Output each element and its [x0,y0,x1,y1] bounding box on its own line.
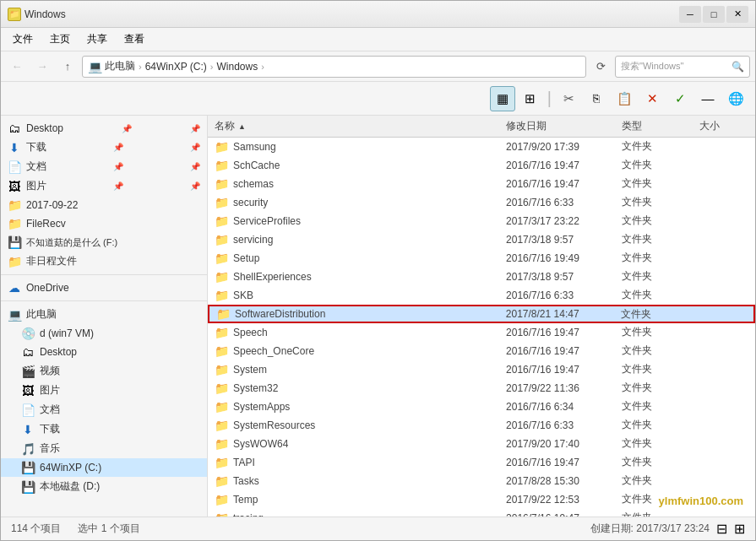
sidebar-item-music[interactable]: 🎵 音乐 [1,439,207,458]
file-name-cell: 📁 Tasks [208,474,499,488]
file-name-label: SchCache [233,160,280,171]
file-date-cell: 2017/8/28 15:30 [499,475,615,487]
sidebar-item-thispc[interactable]: 💻 此电脑 [1,305,207,324]
copy-button[interactable]: ⎘ [584,86,609,111]
back-button[interactable]: ← [6,56,28,78]
filerecv-icon: 📁 [8,217,21,230]
sidebar-item-drive-f[interactable]: 💾 不知道菇的是什么 (F:) [1,233,207,252]
delete-button[interactable]: ✕ [639,86,665,111]
table-row[interactable]: 📁 tracing 2016/7/16 19:47 文件夹 [208,509,755,517]
view-details-button[interactable]: ▦ [490,86,515,111]
video-icon: 🎬 [21,365,35,378]
file-date-cell: 2017/9/20 17:39 [499,141,615,153]
search-icon[interactable]: 🔍 [732,61,744,73]
desktop3-icon: 🗂 [21,345,35,359]
table-row[interactable]: 📁 System32 2017/9/22 11:36 文件夹 [208,379,755,398]
crumb-thispc[interactable]: 此电脑 [105,59,135,73]
sidebar-item-pics3[interactable]: 🖼 图片 [1,381,207,400]
col-header-type[interactable]: 类型 [615,119,693,133]
paste-button[interactable]: 📋 [612,86,637,111]
view-tiles-button[interactable]: ⊞ [518,86,543,111]
table-row[interactable]: 📁 SKB 2016/7/16 6:33 文件夹 [208,286,755,305]
sidebar-item-downloads[interactable]: ⬇ 下载 📌 📌 [1,138,207,157]
file-list: 📁 Samsung 2017/9/20 17:39 文件夹 📁 SchCache… [208,138,755,517]
menu-share[interactable]: 共享 [79,29,116,50]
refresh-button[interactable]: ⟳ [590,56,612,78]
toolbar-separator-1: | [547,89,552,108]
file-date-cell: 2016/7/16 19:47 [499,178,615,190]
file-name-cell: 📁 Samsung [208,140,499,154]
address-bar[interactable]: 💻 此电脑 › 64WinXP (C:) › Windows › [82,56,586,78]
sidebar-item-desktop3[interactable]: 🗂 Desktop [1,343,207,361]
menu-home[interactable]: 主页 [41,29,79,50]
forward-button[interactable]: → [31,56,53,78]
file-date-cell: 2016/7/16 6:33 [499,197,615,208]
view-toggle-icon[interactable]: ⊟ [716,521,727,537]
table-row[interactable]: 📁 SysWOW64 2017/9/20 17:40 文件夹 [208,435,755,453]
up-button[interactable]: ↑ [57,56,79,78]
file-date-cell: 2017/3/17 23:22 [499,215,615,227]
file-name-cell: 📁 System32 [208,381,499,395]
table-row[interactable]: 📁 System 2016/7/16 19:47 文件夹 [208,360,755,379]
sidebar-item-2017[interactable]: 📁 2017-09-22 [1,196,207,214]
file-name-cell: 📁 System [208,363,499,376]
table-row[interactable]: 📁 TAPI 2016/7/16 19:47 文件夹 [208,453,755,472]
table-row[interactable]: 📁 Samsung 2017/9/20 17:39 文件夹 [208,138,755,156]
properties-button[interactable]: 🌐 [723,86,748,111]
table-row[interactable]: 📁 Setup 2016/7/16 19:49 文件夹 [208,249,755,268]
file-name-cell: 📁 security [208,196,499,209]
table-row[interactable]: 📁 SystemApps 2016/7/16 6:34 文件夹 [208,398,755,416]
view-large-icon[interactable]: ⊞ [734,521,745,537]
sidebar-item-filerecv[interactable]: 📁 FileRecv [1,214,207,233]
table-row[interactable]: 📁 schemas 2016/7/16 19:47 文件夹 [208,175,755,193]
search-bar[interactable]: 搜索"Windows" 🔍 [615,56,750,78]
sidebar-label-local-d: 本地磁盘 (D:) [40,479,100,494]
sidebar-item-pictures[interactable]: 🖼 图片 📌 📌 [1,176,207,196]
maximize-button[interactable]: □ [703,6,725,23]
table-row[interactable]: 📁 servicing 2017/3/18 9:57 文件夹 [208,230,755,249]
sidebar-item-win7vm[interactable]: 💿 d (win7 VM) [1,324,207,343]
sidebar-item-onedrive[interactable]: ☁ OneDrive [1,279,207,297]
table-row[interactable]: 📁 Tasks 2017/8/28 15:30 文件夹 [208,472,755,490]
file-date-cell: 2017/3/18 9:57 [499,271,615,283]
menu-file[interactable]: 文件 [4,29,41,50]
file-date-cell: 2016/7/16 6:34 [499,401,615,413]
file-type-cell: 文件夹 [615,362,693,376]
menu-view[interactable]: 查看 [116,29,153,50]
table-row[interactable]: 📁 SystemResources 2016/7/16 6:33 文件夹 [208,416,755,435]
sidebar-label-music: 音乐 [40,441,60,456]
file-name-label: ServiceProfiles [233,215,301,227]
new-folder-button[interactable]: — [695,86,721,111]
crumb-drive[interactable]: 64WinXP (C:) [145,61,207,73]
table-row[interactable]: 📁 Speech_OneCore 2016/7/16 19:47 文件夹 [208,342,755,360]
sidebar-item-nonstandard[interactable]: 📁 非日程文件 [1,252,207,271]
col-header-size[interactable]: 大小 [693,119,755,133]
cut-button[interactable]: ✂ [556,86,581,111]
file-name-cell: 📁 servicing [208,233,499,246]
sidebar-item-docs[interactable]: 📄 文档 📌 📌 [1,157,207,176]
rename-button[interactable]: ✓ [667,86,693,111]
sidebar-item-local-d[interactable]: 💾 本地磁盘 (D:) [1,477,207,496]
file-name-cell: 📁 ServiceProfiles [208,214,499,228]
minimize-button[interactable]: ─ [679,6,701,23]
sidebar-item-video[interactable]: 🎬 视频 [1,361,207,381]
folder-icon: 📁 [215,233,229,246]
table-row[interactable]: 📁 SoftwareDistribution 2017/8/21 14:47 文… [208,305,755,323]
table-row[interactable]: 📁 security 2016/7/16 6:33 文件夹 [208,193,755,212]
close-button[interactable]: ✕ [726,6,748,23]
sidebar-item-desktop[interactable]: 🗂 Desktop 📌 📌 [1,119,207,138]
sidebar-label-pictures: 图片 [26,179,46,193]
crumb-windows[interactable]: Windows [216,61,258,73]
table-row[interactable]: 📁 SchCache 2016/7/16 19:47 文件夹 [208,156,755,175]
sidebar-item-64winxp[interactable]: 💾 64WinXP (C:) [1,458,207,477]
sidebar-item-docs3[interactable]: 📄 文档 [1,400,207,419]
sidebar-item-dl3[interactable]: ⬇ 下载 [1,419,207,439]
table-row[interactable]: 📁 Speech 2016/7/16 19:47 文件夹 [208,323,755,342]
table-row[interactable]: 📁 ShellExperiences 2017/3/18 9:57 文件夹 [208,268,755,286]
pin-docs: 📌 [113,162,123,171]
table-row[interactable]: 📁 ServiceProfiles 2017/3/17 23:22 文件夹 [208,212,755,230]
col-header-name[interactable]: 名称 ▲ [208,119,499,133]
folder-icon: 📁 [215,363,229,376]
file-name-label: servicing [233,234,273,246]
col-header-date[interactable]: 修改日期 [499,119,615,133]
